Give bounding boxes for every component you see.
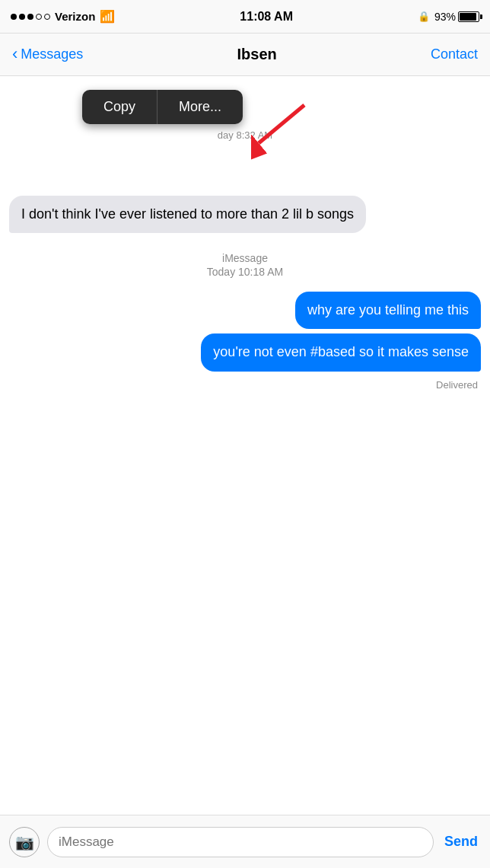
message-area: Copy More... day 8:32 AM I don't think I… xyxy=(0,76,490,815)
input-bar: 📷 Send xyxy=(0,815,490,868)
wifi-icon: 📶 xyxy=(100,9,115,24)
copy-button[interactable]: Copy xyxy=(82,90,158,124)
signal-dot-5 xyxy=(44,14,50,20)
back-label: Messages xyxy=(21,46,83,62)
camera-button[interactable]: 📷 xyxy=(9,827,40,857)
received-bubble: I don't think I've ever listened to more… xyxy=(9,196,366,233)
signal-dot-3 xyxy=(27,14,33,20)
context-menu: Copy More... xyxy=(82,90,243,124)
back-button[interactable]: ‹ Messages xyxy=(12,46,83,62)
signal-dot-2 xyxy=(19,14,25,20)
imessage-time: Today 10:18 AM xyxy=(9,266,481,278)
sent-bubble-1: why are you telling me this xyxy=(295,292,481,329)
send-button[interactable]: Send xyxy=(441,834,481,850)
contact-button[interactable]: Contact xyxy=(431,46,478,62)
message-input[interactable] xyxy=(47,827,434,857)
status-time: 11:08 AM xyxy=(240,10,293,24)
battery-container: 93% xyxy=(434,11,479,23)
signal-dot-4 xyxy=(36,14,42,20)
signal-dot-1 xyxy=(11,14,17,20)
sent-bubble-2: you're not even #based so it makes sense xyxy=(201,333,481,371)
more-button[interactable]: More... xyxy=(158,90,243,124)
signal-dots xyxy=(11,14,50,20)
red-arrow-annotation xyxy=(251,97,320,169)
lock-icon: 🔒 xyxy=(418,11,430,22)
camera-icon: 📷 xyxy=(15,833,34,851)
chevron-left-icon: ‹ xyxy=(12,46,18,62)
delivered-label: Delivered xyxy=(9,379,481,391)
status-left: Verizon 📶 xyxy=(11,9,115,24)
carrier-name: Verizon xyxy=(55,10,95,23)
svg-line-1 xyxy=(259,105,304,143)
battery-fill xyxy=(460,13,476,21)
status-bar: Verizon 📶 11:08 AM 🔒 93% xyxy=(0,0,490,34)
nav-bar: ‹ Messages Ibsen Contact xyxy=(0,34,490,76)
imessage-text: iMessage xyxy=(222,252,268,264)
timestamp-header: day 8:32 AM xyxy=(9,129,481,141)
imessage-label: iMessage Today 10:18 AM xyxy=(9,251,481,278)
battery-icon xyxy=(458,11,479,22)
sent-bubbles-container: why are you telling me this you're not e… xyxy=(9,292,481,371)
battery-percent: 93% xyxy=(434,11,456,23)
nav-title: Ibsen xyxy=(237,46,277,63)
status-right: 🔒 93% xyxy=(418,11,479,23)
